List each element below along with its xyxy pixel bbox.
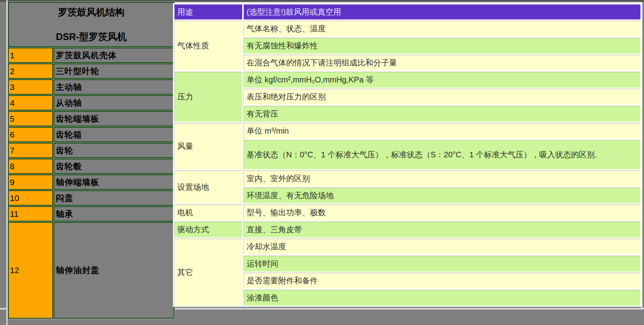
parts-list-body: 罗茨鼓风机结构 DSR-型罗茨风机 1罗茨鼓风机壳体2三叶型叶轮3主动轴4从动轴… [8,2,175,319]
part-number: 10 [8,190,53,206]
criteria-row: 有无腐蚀性和爆炸性 [174,38,640,54]
criteria-row: 在混合气体的情况下请注明组成比和分子量 [174,55,640,71]
criteria-item-text: 型号、输出功率、极数 [243,205,640,220]
criteria-row: 表压和绝对压力的区别 [174,89,640,105]
part-label: 齿轮端墙板 [53,111,175,126]
parts-list-row: 3主动轴 [8,79,175,95]
part-number: 2 [8,63,53,79]
criteria-row: 基准状态（N：0°C、1 个标准大气压），标准状态（S：20°C、1 个标准大气… [174,140,640,169]
criteria-section-label: 气体性质 [174,21,242,71]
part-label: 闷盖 [53,190,175,206]
parts-list-row: 1罗茨鼓风机壳体 [8,48,175,63]
criteria-item-text: 表压和绝对压力的区别 [243,89,640,105]
criteria-row: 风量单位 m³/min [174,123,640,139]
parts-list-row: 8齿轮毂 [8,159,175,174]
criteria-item-text: 环境温度、有无危险场地 [243,187,640,203]
parts-list-row: 5齿轮端墙板 [8,111,175,126]
criteria-item-text: 是否需要附件和备件 [243,273,640,289]
criteria-row: 气体性质气体名称、状态、温度 [174,21,640,36]
criteria-item-text: 直接、三角皮带 [243,222,640,237]
parts-list-title-line1: 罗茨鼓风机结构 [9,6,173,18]
criteria-row: 环境温度、有无危险场地 [174,187,640,203]
parts-list-row: 4从动轴 [8,95,175,111]
selection-criteria-table: 用途 (选型注意!)鼓风用或真空用 气体性质气体名称、状态、温度有无腐蚀性和爆炸… [173,3,642,307]
criteria-item-text: 气体名称、状态、温度 [243,21,640,36]
criteria-item-text: 涂漆颜色 [243,290,640,306]
part-number: 3 [8,79,53,95]
parts-list-row: 6齿轮箱 [8,127,175,142]
page: { "colors": { "page_background": "#7f7f7… [0,0,644,325]
parts-list-row: 7齿轮 [8,143,175,158]
criteria-item-text: 单位 kgf/cm²,mmH₂O,mmHg,KPa 等 [243,72,640,88]
criteria-item-text: 在混合气体的情况下请注明组成比和分子量 [243,55,640,71]
criteria-item-text: 有无背压 [243,106,640,122]
criteria-row: 运转时间 [174,256,640,271]
criteria-item-text: 冷却水温度 [243,239,640,254]
criteria-row: 压力单位 kgf/cm²,mmH₂O,mmHg,KPa 等 [174,72,640,88]
part-label: 罗茨鼓风机壳体 [53,48,175,63]
part-number: 11 [8,206,53,222]
parts-list-title-cell: 罗茨鼓风机结构 DSR-型罗茨风机 [8,2,175,47]
criteria-section-label: 压力 [174,72,242,122]
criteria-item-text: 有无腐蚀性和爆炸性 [243,38,640,54]
part-number: 7 [8,143,53,158]
parts-list-row: 12轴伸油封盖 [8,222,175,319]
part-number: 6 [8,127,53,142]
parts-list-row: 10闷盖 [8,190,175,206]
parts-list-table: 罗茨鼓风机结构 DSR-型罗茨风机 1罗茨鼓风机壳体2三叶型叶轮3主动轴4从动轴… [8,2,175,319]
part-number: 8 [8,159,53,174]
parts-list-row: 11轴承 [8,206,175,222]
criteria-row: 是否需要附件和备件 [174,273,640,289]
criteria-item-text: 运转时间 [243,256,640,271]
part-label: 从动轴 [53,95,175,111]
selection-criteria-body: 用途 (选型注意!)鼓风用或真空用 气体性质气体名称、状态、温度有无腐蚀性和爆炸… [174,4,640,306]
criteria-row: 驱动方式直接、三角皮带 [174,222,640,237]
part-number: 4 [8,95,53,111]
part-number: 5 [8,111,53,126]
parts-list-header-row: 罗茨鼓风机结构 DSR-型罗茨风机 [8,2,175,47]
part-label: 齿轮 [53,143,175,158]
criteria-header-note: (选型注意!)鼓风用或真空用 [243,4,640,19]
part-label: 轴伸端墙板 [53,174,175,190]
criteria-item-text: 单位 m³/min [243,123,640,139]
criteria-section-label: 其它 [174,239,242,306]
criteria-header-row: 用途 (选型注意!)鼓风用或真空用 [174,4,640,19]
parts-list-row: 9轴伸端墙板 [8,174,175,190]
criteria-section-label: 设置场地 [174,170,242,203]
criteria-row: 有无背压 [174,106,640,122]
part-label: 齿轮箱 [53,127,175,142]
criteria-item-text: 室内、室外的区别 [243,170,640,186]
part-label: 轴承 [53,206,175,222]
parts-list-title-line2: DSR-型罗茨风机 [9,31,173,43]
part-number: 1 [8,48,53,63]
parts-list-row: 2三叶型叶轮 [8,63,175,79]
part-label: 主动轴 [53,79,175,95]
part-label: 齿轮毂 [53,159,175,174]
part-number: 12 [8,222,53,319]
part-label: 三叶型叶轮 [53,63,175,79]
parts-list-title-gap [9,18,173,31]
criteria-section-label: 驱动方式 [174,222,242,237]
criteria-row: 其它冷却水温度 [174,239,640,254]
criteria-section-label: 风量 [174,123,242,169]
criteria-header-category: 用途 [174,4,242,19]
criteria-section-label: 电机 [174,205,242,220]
criteria-row: 涂漆颜色 [174,290,640,306]
criteria-row: 电机型号、输出功率、极数 [174,205,640,220]
criteria-item-text: 基准状态（N：0°C、1 个标准大气压），标准状态（S：20°C、1 个标准大气… [243,140,640,169]
criteria-row: 设置场地室内、室外的区别 [174,170,640,186]
part-number: 9 [8,174,53,190]
part-label: 轴伸油封盖 [53,222,175,319]
